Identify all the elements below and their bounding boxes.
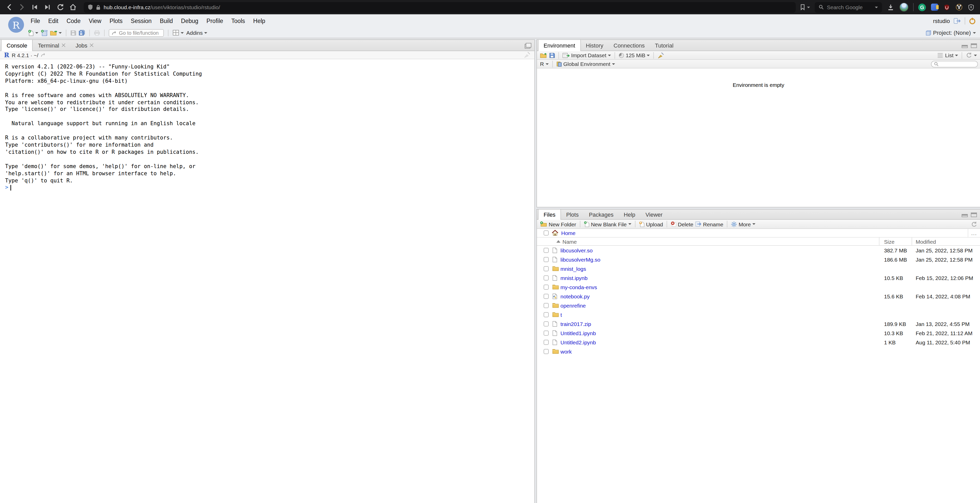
ublock-extension-icon[interactable] bbox=[943, 3, 950, 11]
save-button[interactable] bbox=[70, 30, 76, 35]
menu-item-session[interactable]: Session bbox=[127, 18, 156, 24]
tab-terminal[interactable]: Terminal bbox=[33, 40, 70, 51]
row-checkbox[interactable] bbox=[544, 340, 549, 345]
row-checkbox[interactable] bbox=[544, 257, 549, 262]
file-row-my-conda-envs[interactable]: my-conda-envs bbox=[537, 283, 980, 292]
grammarly-extension-icon[interactable]: G bbox=[918, 3, 926, 11]
minimize-pane-icon[interactable] bbox=[962, 45, 968, 48]
environment-scope-selector[interactable]: Global Environment bbox=[556, 61, 615, 67]
file-row-t[interactable]: t bbox=[537, 310, 980, 319]
select-all-checkbox[interactable] bbox=[544, 231, 549, 236]
sign-out-icon[interactable] bbox=[953, 18, 961, 24]
tracking-shield-icon[interactable] bbox=[88, 4, 93, 10]
minimize-pane-icon[interactable] bbox=[962, 214, 968, 217]
new-file-button[interactable] bbox=[28, 29, 38, 36]
file-row-notebook-py[interactable]: notebook.py 15.6 KB Feb 14, 2022, 4:08 P… bbox=[537, 292, 980, 301]
file-row-libcusolver-so[interactable]: libcusolver.so 382.7 MB Jan 25, 2022, 12… bbox=[537, 246, 980, 255]
tab-packages[interactable]: Packages bbox=[584, 209, 619, 219]
menu-item-file[interactable]: File bbox=[27, 18, 44, 24]
breadcrumb-more-button[interactable]: ... bbox=[968, 229, 980, 237]
menu-item-code[interactable]: Code bbox=[62, 18, 85, 24]
open-directory-icon[interactable] bbox=[41, 53, 46, 57]
load-workspace-icon[interactable] bbox=[540, 53, 547, 58]
pane-layout-button[interactable] bbox=[172, 30, 184, 36]
file-row-mnist-ipynb[interactable]: mnist.ipynb 10.5 KB Feb 15, 2022, 12:06 … bbox=[537, 273, 980, 283]
restore-panes-icon[interactable] bbox=[525, 43, 531, 48]
tab-console[interactable]: Console bbox=[1, 40, 33, 51]
home-folder-icon[interactable] bbox=[552, 230, 558, 236]
rename-button[interactable]: Rename bbox=[695, 221, 723, 227]
new-folder-button[interactable]: New Folder bbox=[540, 221, 576, 227]
close-icon[interactable] bbox=[90, 43, 94, 47]
print-button[interactable] bbox=[94, 30, 100, 35]
tab-environment[interactable]: Environment bbox=[538, 40, 581, 51]
goto-file-input[interactable]: Go to file/function bbox=[109, 29, 164, 37]
project-selector[interactable]: Project: (None) bbox=[925, 30, 976, 36]
account-avatar[interactable] bbox=[899, 3, 908, 12]
tab-tutorial[interactable]: Tutorial bbox=[650, 40, 679, 51]
menu-item-build[interactable]: Build bbox=[156, 18, 177, 24]
row-checkbox[interactable] bbox=[544, 284, 549, 289]
row-checkbox[interactable] bbox=[544, 349, 549, 354]
menu-item-profile[interactable]: Profile bbox=[202, 18, 227, 24]
file-row-train2017-zip[interactable]: train2017.zip 189.9 KB Jan 13, 2022, 4:5… bbox=[537, 319, 980, 329]
delete-button[interactable]: Delete bbox=[671, 221, 694, 227]
refresh-icon[interactable] bbox=[966, 52, 972, 58]
tab-history[interactable]: History bbox=[581, 40, 608, 51]
open-file-button[interactable] bbox=[50, 30, 62, 35]
menu-item-debug[interactable]: Debug bbox=[177, 18, 202, 24]
browser-search-bar[interactable]: Search Google bbox=[815, 2, 882, 13]
save-all-button[interactable] bbox=[79, 30, 85, 36]
file-row-untitled2-ipynb[interactable]: Untitled2.ipynb 1 KB Aug 11, 2022, 5:40 … bbox=[537, 338, 980, 347]
tab-files[interactable]: Files bbox=[538, 209, 561, 220]
refresh-icon[interactable] bbox=[971, 221, 977, 227]
maximize-pane-icon[interactable] bbox=[971, 43, 977, 48]
clear-workspace-broom-icon[interactable] bbox=[658, 52, 664, 59]
list-view-button[interactable]: List bbox=[945, 52, 958, 58]
import-dataset-button[interactable]: Import Dataset bbox=[563, 52, 611, 58]
menu-item-help[interactable]: Help bbox=[249, 18, 269, 24]
more-button[interactable]: More bbox=[731, 221, 756, 227]
row-checkbox[interactable] bbox=[544, 303, 549, 308]
skip-back-icon[interactable] bbox=[30, 3, 39, 11]
menu-item-tools[interactable]: Tools bbox=[227, 18, 249, 24]
skip-forward-icon[interactable] bbox=[43, 3, 52, 11]
tab-viewer[interactable]: Viewer bbox=[640, 209, 668, 219]
breadcrumb-home-link[interactable]: Home bbox=[561, 230, 576, 236]
file-row-mnist-logs[interactable]: mnist_logs bbox=[537, 264, 980, 273]
row-checkbox[interactable] bbox=[544, 248, 549, 253]
maximize-pane-icon[interactable] bbox=[971, 212, 977, 217]
console-output[interactable]: R version 4.2.1 (2022-06-23) -- "Funny-L… bbox=[0, 59, 535, 503]
save-workspace-icon[interactable] bbox=[549, 53, 555, 58]
row-checkbox[interactable] bbox=[544, 321, 549, 326]
home-icon[interactable] bbox=[69, 3, 77, 11]
upload-button[interactable]: Upload bbox=[639, 221, 663, 227]
column-header-size[interactable]: Size bbox=[884, 239, 894, 245]
bookmarks-menu-button[interactable] bbox=[800, 4, 810, 10]
row-checkbox[interactable] bbox=[544, 275, 549, 280]
menu-item-plots[interactable]: Plots bbox=[105, 18, 127, 24]
row-checkbox[interactable] bbox=[544, 266, 549, 271]
address-bar[interactable]: hub.cloud.e-infra.cz/user/viktorias/rstu… bbox=[84, 2, 796, 13]
clear-console-broom-icon[interactable] bbox=[524, 52, 530, 58]
menu-item-edit[interactable]: Edit bbox=[44, 18, 62, 24]
shield-extension-icon[interactable] bbox=[967, 3, 975, 11]
addins-button[interactable]: Addins bbox=[186, 30, 207, 36]
tab-connections[interactable]: Connections bbox=[608, 40, 650, 51]
menu-item-view[interactable]: View bbox=[85, 18, 105, 24]
lock-icon[interactable] bbox=[96, 4, 100, 10]
language-selector[interactable]: R bbox=[540, 61, 549, 67]
row-checkbox[interactable] bbox=[544, 312, 549, 317]
reload-icon[interactable] bbox=[56, 3, 64, 11]
tab-help[interactable]: Help bbox=[619, 209, 640, 219]
privacy-badger-extension-icon[interactable] bbox=[955, 3, 963, 11]
row-checkbox[interactable] bbox=[544, 294, 549, 299]
column-header-modified[interactable]: Modified bbox=[916, 239, 936, 245]
close-icon[interactable] bbox=[62, 43, 65, 47]
file-row-libcusolvermg-so[interactable]: libcusolverMg.so 186.6 MB Jan 25, 2022, … bbox=[537, 255, 980, 264]
new-blank-file-button[interactable]: New Blank File bbox=[584, 221, 631, 227]
environment-search-input[interactable] bbox=[931, 61, 978, 67]
forward-icon[interactable] bbox=[18, 3, 26, 11]
tab-plots[interactable]: Plots bbox=[561, 209, 584, 219]
blue-extension-icon[interactable] bbox=[931, 3, 938, 11]
